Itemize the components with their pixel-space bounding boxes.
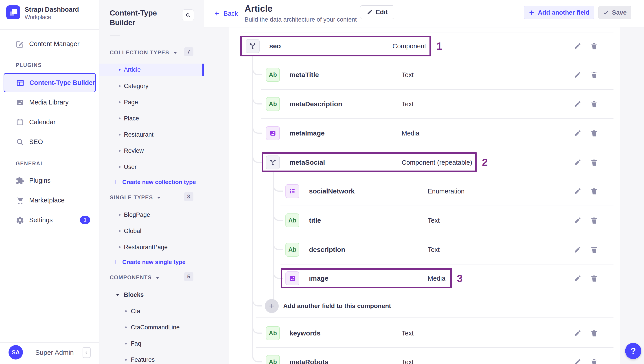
subnav-item-review[interactable]: Review	[100, 145, 204, 157]
plus-icon	[113, 179, 119, 185]
components-header[interactable]: COMPONENTS	[110, 274, 159, 281]
edit-field-button[interactable]	[573, 70, 582, 80]
subnav-item-restaurantpage[interactable]: RestaurantPage	[100, 241, 204, 253]
enumeration-field-icon	[286, 184, 299, 198]
edit-field-button[interactable]	[573, 357, 582, 364]
sidebar-item-media-library[interactable]: Media Library	[0, 95, 100, 109]
edit-field-button[interactable]	[573, 99, 582, 109]
back-link[interactable]: Back	[214, 7, 238, 20]
ab-glyph: Ab	[269, 71, 277, 78]
calendar-label: Calendar	[29, 115, 56, 129]
delete-field-button[interactable]	[589, 41, 599, 51]
subnav-item-label: Cta	[131, 308, 140, 315]
pencil-icon	[574, 42, 582, 50]
annotation-box-3	[281, 268, 452, 288]
subnav-item-cta[interactable]: Cta	[100, 305, 204, 317]
bullet-icon	[125, 326, 127, 328]
collection-types-count: 7	[184, 47, 194, 56]
subnav-item-faq[interactable]: Faq	[100, 337, 204, 350]
field-name: metaRobots	[290, 355, 328, 364]
help-button[interactable]: ?	[625, 343, 641, 359]
delete-field-button[interactable]	[589, 70, 599, 80]
sidebar-item-calendar[interactable]: Calendar	[0, 115, 100, 129]
bullet-icon	[119, 214, 120, 216]
blocks-group-label: Blocks	[124, 291, 144, 298]
pencil-icon	[574, 217, 582, 224]
text-field-icon: Ab	[266, 68, 280, 82]
chevron-down-icon	[174, 52, 177, 54]
content-manager-icon	[16, 40, 24, 48]
edit-field-button[interactable]	[573, 328, 582, 338]
edit-field-button[interactable]	[573, 128, 582, 138]
delete-field-button[interactable]	[589, 186, 599, 196]
sidebar-item-content-manager[interactable]: Content Manager	[0, 37, 100, 51]
settings-label: Settings	[29, 213, 53, 227]
pencil-icon	[574, 275, 582, 282]
create-single-type-link[interactable]: Create new single type	[113, 258, 186, 266]
subnav-item-restaurant[interactable]: Restaurant	[100, 128, 204, 141]
delete-field-button[interactable]	[589, 357, 599, 364]
chevron-left-icon	[84, 350, 89, 354]
seo-label: SEO	[29, 135, 43, 148]
sidebar-item-settings[interactable]: Settings 1	[0, 213, 100, 227]
plus-icon	[268, 303, 275, 309]
sidebar-item-content-type-builder[interactable]: Content-Type Builder	[4, 73, 96, 92]
subnav-item-label: Place	[124, 115, 139, 122]
edit-field-button[interactable]	[573, 273, 582, 283]
delete-field-button[interactable]	[589, 128, 599, 138]
subnav-item-global[interactable]: Global	[100, 225, 204, 237]
field-type: Text	[402, 68, 414, 82]
sidebar-item-marketplace[interactable]: Marketplace	[0, 194, 100, 207]
trash-icon	[590, 71, 598, 79]
subnav-item-article-active[interactable]: Article	[100, 64, 204, 76]
avatar[interactable]: SA	[8, 345, 23, 359]
subnav-group-blocks[interactable]: Blocks	[100, 289, 204, 301]
field-name: socialNetwork	[309, 184, 354, 198]
collection-types-header[interactable]: COLLECTION TYPES	[110, 49, 177, 56]
delete-field-button[interactable]	[589, 157, 599, 167]
subnav-item-label: User	[124, 163, 137, 170]
subnav-item-category[interactable]: Category	[100, 80, 204, 92]
sidebar-item-plugins[interactable]: Plugins	[0, 174, 100, 187]
edit-field-button[interactable]	[573, 186, 582, 196]
plus-icon	[528, 10, 535, 16]
create-single-type-label: Create new single type	[122, 259, 186, 266]
save-button[interactable]: Save	[598, 6, 631, 19]
field-type: Text	[402, 326, 414, 340]
subnav-item-ctacommandline[interactable]: CtaCommandLine	[100, 321, 204, 333]
subnav-item-user[interactable]: User	[100, 161, 204, 173]
delete-field-button[interactable]	[589, 216, 599, 225]
subnav-item-page[interactable]: Page	[100, 96, 204, 108]
seo-search-icon	[16, 138, 24, 146]
trash-icon	[590, 358, 598, 364]
app-title: Strapi Dashboard	[25, 6, 79, 13]
delete-field-button[interactable]	[589, 328, 599, 338]
collapse-sidebar-button[interactable]	[82, 347, 91, 358]
delete-field-button[interactable]	[589, 99, 599, 109]
trash-icon	[590, 188, 598, 195]
edit-field-button[interactable]	[573, 157, 582, 167]
single-types-header[interactable]: SINGLE TYPES	[110, 194, 161, 201]
edit-field-button[interactable]	[573, 245, 582, 255]
subnav-item-blogpage[interactable]: BlogPage	[100, 209, 204, 221]
field-type: Enumeration	[428, 184, 464, 198]
content-manager-label: Content Manager	[29, 37, 80, 51]
sidebar-item-seo[interactable]: SEO	[0, 135, 100, 148]
trash-icon	[590, 42, 598, 50]
delete-field-button[interactable]	[589, 273, 599, 283]
field-type: Media	[402, 126, 420, 140]
edit-field-button[interactable]	[573, 216, 582, 225]
create-collection-type-link[interactable]: Create new collection type	[113, 177, 196, 187]
edit-button[interactable]: Edit	[360, 6, 394, 19]
delete-field-button[interactable]	[589, 245, 599, 255]
edit-field-button[interactable]	[573, 41, 582, 51]
add-field-to-component-label[interactable]: Add another field to this component	[283, 299, 391, 313]
add-another-field-button[interactable]: Add another field	[524, 6, 594, 19]
subnav-item-place[interactable]: Place	[100, 112, 204, 124]
pencil-icon	[574, 159, 582, 166]
add-field-to-component-button[interactable]	[265, 299, 279, 313]
subnav-item-features[interactable]: Features	[100, 354, 204, 364]
subnav-search-button[interactable]	[182, 10, 194, 21]
sidebar-divider	[0, 30, 100, 30]
subnav-item-label: Faq	[131, 340, 141, 347]
